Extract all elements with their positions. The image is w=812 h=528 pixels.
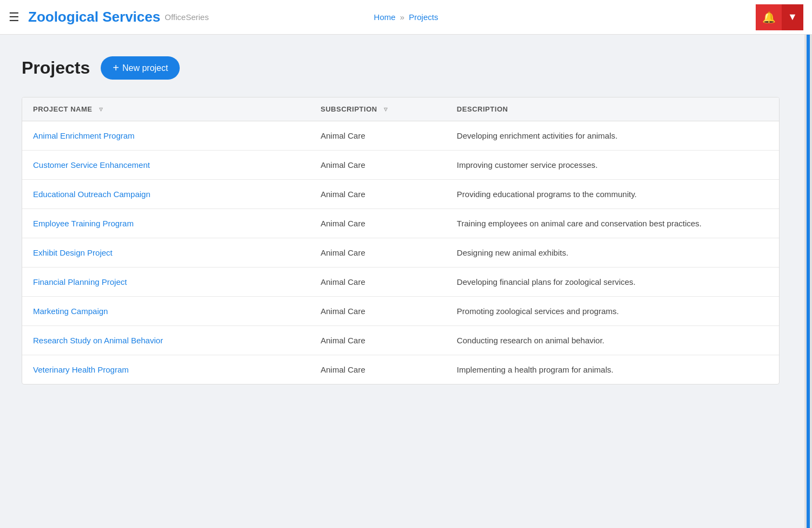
header-actions: 🔔 ▼ — [756, 4, 803, 30]
page-content: Projects + New project PROJECT NAME ▿ SU… — [0, 35, 812, 406]
col-header-project-name[interactable]: PROJECT NAME ▿ — [22, 97, 310, 121]
project-name-link[interactable]: Financial Planning Project — [33, 277, 127, 286]
table-row: Exhibit Design ProjectAnimal CareDesigni… — [22, 238, 779, 268]
page-title: Projects — [22, 58, 90, 78]
menu-icon[interactable]: ☰ — [9, 11, 19, 23]
subscription-filter-icon[interactable]: ▿ — [384, 105, 388, 113]
user-dropdown-button[interactable]: ▼ — [782, 4, 803, 30]
new-project-label: New project — [122, 63, 168, 73]
project-name-link[interactable]: Animal Enrichment Program — [33, 131, 135, 140]
projects-table-container: PROJECT NAME ▿ SUBSCRIPTION ▿ DESCRIPTIO… — [22, 97, 780, 384]
scrollbar[interactable] — [804, 0, 812, 528]
table-row: Veterinary Health ProgramAnimal CareImpl… — [22, 355, 779, 384]
project-name-cell: Customer Service Enhancement — [22, 151, 310, 180]
subscription-cell: Animal Care — [310, 180, 446, 209]
project-name-link[interactable]: Research Study on Animal Behavior — [33, 336, 163, 345]
project-name-filter-icon[interactable]: ▿ — [99, 105, 103, 113]
project-name-link[interactable]: Customer Service Enhancement — [33, 160, 150, 170]
subscription-cell: Animal Care — [310, 268, 446, 297]
table-row: Financial Planning ProjectAnimal CareDev… — [22, 268, 779, 297]
subscription-cell: Animal Care — [310, 121, 446, 151]
project-name-link[interactable]: Employee Training Program — [33, 219, 134, 228]
project-name-cell: Research Study on Animal Behavior — [22, 326, 310, 355]
description-cell: Providing educational programs to the co… — [446, 180, 779, 209]
subscription-cell: Animal Care — [310, 355, 446, 384]
description-cell: Implementing a health program for animal… — [446, 355, 779, 384]
description-cell: Improving customer service processes. — [446, 151, 779, 180]
plus-icon: + — [113, 62, 119, 74]
subscription-cell: Animal Care — [310, 326, 446, 355]
table-row: Educational Outreach CampaignAnimal Care… — [22, 180, 779, 209]
table-row: Employee Training ProgramAnimal CareTrai… — [22, 209, 779, 238]
projects-table: PROJECT NAME ▿ SUBSCRIPTION ▿ DESCRIPTIO… — [22, 97, 779, 384]
description-cell: Developing financial plans for zoologica… — [446, 268, 779, 297]
project-name-cell: Veterinary Health Program — [22, 355, 310, 384]
project-name-cell: Financial Planning Project — [22, 268, 310, 297]
table-row: Customer Service EnhancementAnimal CareI… — [22, 151, 779, 180]
app-series: OfficeSeries — [165, 12, 208, 22]
description-cell: Developing enrichment activities for ani… — [446, 121, 779, 151]
breadcrumb-separator: » — [400, 12, 404, 22]
project-name-cell: Marketing Campaign — [22, 297, 310, 326]
breadcrumb: Home » Projects — [374, 12, 438, 22]
subscription-cell: Animal Care — [310, 151, 446, 180]
col-header-subscription[interactable]: SUBSCRIPTION ▿ — [310, 97, 446, 121]
header: ☰ Zoological Services OfficeSeries Home … — [0, 0, 812, 35]
description-cell: Promoting zoological services and progra… — [446, 297, 779, 326]
project-name-link[interactable]: Exhibit Design Project — [33, 248, 113, 257]
notification-bell-button[interactable]: 🔔 — [756, 4, 782, 30]
app-logo: Zoological Services — [28, 9, 160, 25]
subscription-cell: Animal Care — [310, 238, 446, 268]
subscription-cell: Animal Care — [310, 209, 446, 238]
description-cell: Training employees on animal care and co… — [446, 209, 779, 238]
description-cell: Designing new animal exhibits. — [446, 238, 779, 268]
table-row: Animal Enrichment ProgramAnimal CareDeve… — [22, 121, 779, 151]
new-project-button[interactable]: + New project — [101, 56, 180, 80]
breadcrumb-current[interactable]: Projects — [409, 12, 438, 22]
table-header-row: PROJECT NAME ▿ SUBSCRIPTION ▿ DESCRIPTIO… — [22, 97, 779, 121]
table-row: Marketing CampaignAnimal CarePromoting z… — [22, 297, 779, 326]
project-name-cell: Exhibit Design Project — [22, 238, 310, 268]
subscription-cell: Animal Care — [310, 297, 446, 326]
project-name-link[interactable]: Educational Outreach Campaign — [33, 190, 150, 199]
breadcrumb-home[interactable]: Home — [374, 12, 396, 22]
description-cell: Conducting research on animal behavior. — [446, 326, 779, 355]
table-row: Research Study on Animal BehaviorAnimal … — [22, 326, 779, 355]
project-name-link[interactable]: Marketing Campaign — [33, 307, 108, 316]
project-name-cell: Educational Outreach Campaign — [22, 180, 310, 209]
project-name-cell: Employee Training Program — [22, 209, 310, 238]
project-name-link[interactable]: Veterinary Health Program — [33, 365, 129, 374]
page-title-row: Projects + New project — [22, 56, 790, 80]
scrollbar-track — [807, 0, 810, 528]
project-name-cell: Animal Enrichment Program — [22, 121, 310, 151]
col-header-description: DESCRIPTION — [446, 97, 779, 121]
